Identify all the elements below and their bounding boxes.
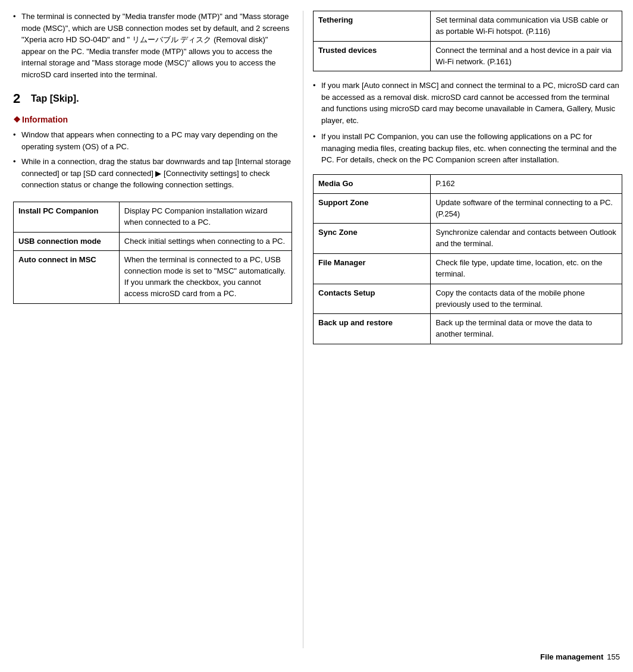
table-row: Support ZoneUpdate software of the termi…: [314, 193, 622, 224]
table-cell-value: Display PC Companion installation wizard…: [119, 202, 292, 232]
table-row: Auto connect in MSCWhen the terminal is …: [14, 251, 292, 303]
right-bottom-table: Media GoP.162Support ZoneUpdate software…: [313, 174, 622, 344]
table-cell-value: Check initial settings when connecting t…: [119, 232, 292, 251]
right-bullet-item: If you mark [Auto connect in MSC] and co…: [313, 80, 622, 126]
page-container: The terminal is connected by "Media tran…: [0, 0, 633, 672]
table-row: Media GoP.162: [314, 174, 622, 193]
table-cell-value: Synchronize calendar and contacts betwee…: [431, 224, 622, 254]
page-footer: File management 155: [540, 652, 620, 661]
footer-category: File management: [540, 652, 603, 661]
footer-page: 155: [607, 652, 620, 661]
table-cell-label: Trusted devices: [314, 41, 431, 71]
table-cell-value: Set terminal data communication via USB …: [431, 11, 622, 42]
table-cell-value: Check file type, update time, location, …: [431, 254, 622, 284]
table-cell-value: Copy the contacts data of the mobile pho…: [431, 284, 622, 314]
table-row: Contacts SetupCopy the contacts data of …: [314, 284, 622, 314]
info-heading: Information: [13, 115, 292, 124]
bullet-item: The terminal is connected by "Media tran…: [13, 11, 292, 80]
info-bullet-item: Window that appears when connecting to a…: [13, 129, 292, 152]
table-cell-label: Auto connect in MSC: [14, 251, 120, 303]
table-row: Install PC CompanionDisplay PC Companion…: [14, 202, 292, 232]
table-row: Trusted devicesConnect the terminal and …: [314, 41, 622, 71]
table-cell-label: File Manager: [314, 254, 431, 284]
table-cell-label: Sync Zone: [314, 224, 431, 254]
table-cell-label: Contacts Setup: [314, 284, 431, 314]
intro-bullet-list: The terminal is connected by "Media tran…: [13, 11, 292, 80]
table-row: USB connection modeCheck initial setting…: [14, 232, 292, 251]
info-bullet-list: Window that appears when connecting to a…: [13, 129, 292, 191]
table-cell-label: Media Go: [314, 174, 431, 193]
table-cell-value: P.162: [431, 174, 622, 193]
table-row: Back up and restoreBack up the terminal …: [314, 314, 622, 344]
table-cell-value: Back up the terminal data or move the da…: [431, 314, 622, 344]
right-column: TetheringSet terminal data communication…: [303, 11, 633, 648]
table-cell-label: Support Zone: [314, 193, 431, 224]
left-column: The terminal is connected by "Media tran…: [0, 11, 303, 648]
table-row: File ManagerCheck file type, update time…: [314, 254, 622, 284]
table-cell-value: When the terminal is connected to a PC, …: [119, 251, 292, 303]
right-top-table: TetheringSet terminal data communication…: [313, 11, 622, 71]
table-cell-label: Tethering: [314, 11, 431, 42]
table-cell-value: Connect the terminal and a host device i…: [431, 41, 622, 71]
right-bullet-list: If you mark [Auto connect in MSC] and co…: [313, 80, 622, 166]
table-cell-value: Update software of the terminal connecti…: [431, 193, 622, 224]
info-bullet-item: While in a connection, drag the status b…: [13, 156, 292, 191]
step-text: Tap [Skip].: [31, 91, 79, 105]
left-table: Install PC CompanionDisplay PC Companion…: [13, 202, 292, 304]
step-number: 2: [13, 91, 25, 106]
table-row: Sync ZoneSynchronize calendar and contac…: [314, 224, 622, 254]
table-row: TetheringSet terminal data communication…: [314, 11, 622, 42]
right-bullet-item: If you install PC Companion, you can use…: [313, 131, 622, 166]
table-cell-label: Install PC Companion: [14, 202, 120, 232]
step-2-container: 2 Tap [Skip].: [13, 91, 292, 106]
table-cell-label: Back up and restore: [314, 314, 431, 344]
table-cell-label: USB connection mode: [14, 232, 120, 251]
